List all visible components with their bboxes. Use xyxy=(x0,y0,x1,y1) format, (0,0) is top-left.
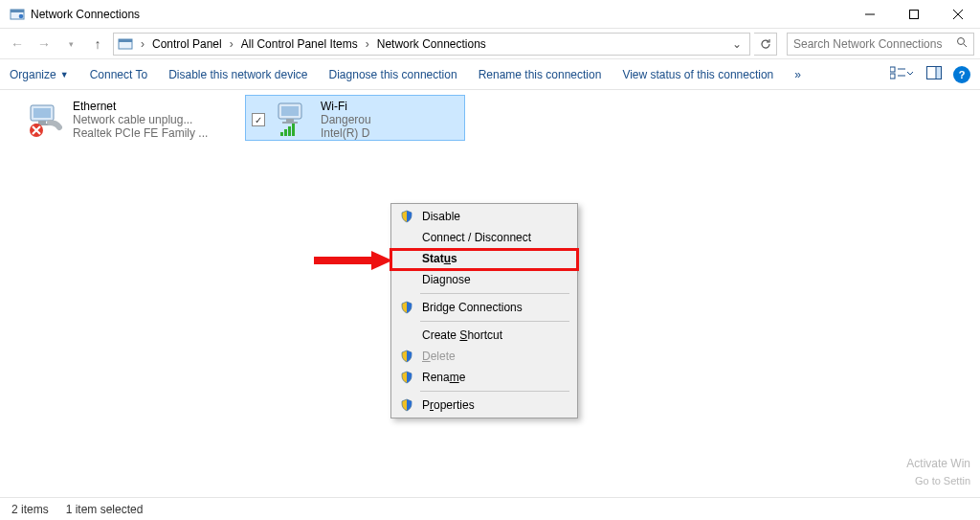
address-path[interactable]: › Control Panel › All Control Panel Item… xyxy=(113,33,750,56)
ctx-delete: Delete xyxy=(393,346,575,367)
connection-item-ethernet[interactable]: Ethernet Network cable unplug... Realtek… xyxy=(21,96,241,142)
connection-item-wifi[interactable]: ✓ Wi-Fi Dangerou Intel(R) D xyxy=(245,95,465,141)
svg-rect-19 xyxy=(282,122,298,124)
window-title: Network Connections xyxy=(31,8,848,21)
connection-name: Wi-Fi xyxy=(321,100,371,113)
ctx-label: Disable xyxy=(422,210,460,223)
ctx-properties[interactable]: Properties xyxy=(393,395,575,416)
svg-rect-8 xyxy=(890,74,895,79)
overflow-button[interactable]: » xyxy=(794,68,801,81)
view-status-button[interactable]: View status of this connection xyxy=(622,68,773,81)
svg-rect-13 xyxy=(38,121,46,124)
chevron-right-icon[interactable]: › xyxy=(137,37,148,51)
ctx-label: Diagnose xyxy=(422,273,471,286)
search-icon xyxy=(956,36,968,51)
ctx-label: Bridge Connections xyxy=(422,301,523,314)
svg-point-2 xyxy=(19,13,24,18)
connection-adapter: Realtek PCIe FE Family ... xyxy=(73,126,208,140)
svg-rect-23 xyxy=(292,124,295,136)
address-dropdown[interactable]: ⌄ xyxy=(728,37,746,51)
connection-adapter: Intel(R) D xyxy=(321,126,371,140)
address-bar: ← → ▾ ↑ › Control Panel › All Control Pa… xyxy=(0,29,980,59)
help-button[interactable]: ? xyxy=(953,66,970,83)
ctx-label: Delete xyxy=(422,350,456,363)
svg-rect-5 xyxy=(119,39,132,42)
svg-rect-18 xyxy=(286,119,294,122)
svg-rect-20 xyxy=(280,132,283,136)
ctx-connect-disconnect[interactable]: Connect / Disconnect xyxy=(393,227,575,248)
separator xyxy=(420,391,569,392)
up-button[interactable]: ↑ xyxy=(86,33,109,56)
breadcrumb-control-panel[interactable]: Control Panel xyxy=(150,37,224,51)
ethernet-icon xyxy=(27,100,65,138)
refresh-button[interactable] xyxy=(754,33,777,56)
control-panel-icon xyxy=(118,36,133,52)
ctx-status[interactable]: Status xyxy=(393,248,575,269)
ctx-label: Create Shortcut xyxy=(422,328,502,342)
ctx-label: Connect / Disconnect xyxy=(422,231,531,244)
search-input[interactable]: Search Network Connections xyxy=(787,33,974,56)
disable-device-button[interactable]: Disable this network device xyxy=(168,68,307,81)
shield-icon xyxy=(399,397,414,413)
ctx-rename[interactable]: Rename xyxy=(393,367,575,388)
back-button[interactable]: ← xyxy=(6,33,29,56)
connection-name: Ethernet xyxy=(73,100,208,113)
connect-to-button[interactable]: Connect To xyxy=(90,68,148,81)
svg-rect-3 xyxy=(910,10,919,18)
ctx-create-shortcut[interactable]: Create Shortcut xyxy=(393,325,575,346)
wifi-icon xyxy=(275,100,313,138)
shield-icon xyxy=(399,349,414,364)
ctx-label: Rename xyxy=(422,371,465,384)
shield-icon xyxy=(399,370,414,385)
annotation-arrow-icon xyxy=(314,251,392,270)
svg-rect-12 xyxy=(33,108,51,118)
separator xyxy=(420,321,569,322)
svg-rect-21 xyxy=(284,129,287,136)
shield-icon xyxy=(399,300,414,315)
ctx-label: Status xyxy=(422,252,457,265)
connection-status: Dangerou xyxy=(321,113,371,126)
context-menu: Disable Connect / Disconnect Status Diag… xyxy=(390,203,578,418)
svg-rect-17 xyxy=(281,106,299,116)
svg-rect-10 xyxy=(936,67,942,79)
breadcrumb-network-connections[interactable]: Network Connections xyxy=(375,37,488,51)
status-bar: 2 items 1 item selected xyxy=(0,497,980,520)
svg-rect-1 xyxy=(11,10,24,12)
content-area: Ethernet Network cable unplug... Realtek… xyxy=(0,90,980,495)
breadcrumb-all-items[interactable]: All Control Panel Items xyxy=(239,37,360,51)
selection-checkbox[interactable]: ✓ xyxy=(252,113,265,126)
title-bar: Network Connections xyxy=(0,0,980,29)
organize-menu[interactable]: Organize▼ xyxy=(10,68,69,81)
separator xyxy=(420,293,569,294)
rename-button[interactable]: Rename this connection xyxy=(479,68,602,81)
ctx-diagnose[interactable]: Diagnose xyxy=(393,269,575,290)
svg-rect-24 xyxy=(314,257,373,264)
status-item-count: 2 items xyxy=(11,503,49,516)
status-selected-count: 1 item selected xyxy=(66,503,144,516)
window-icon xyxy=(10,7,25,22)
recent-dropdown[interactable]: ▾ xyxy=(59,33,82,56)
close-button[interactable] xyxy=(936,0,980,29)
chevron-right-icon[interactable]: › xyxy=(226,37,237,51)
diagnose-button[interactable]: Diagnose this connection xyxy=(329,68,457,81)
ctx-disable[interactable]: Disable xyxy=(393,206,575,227)
view-options-button[interactable] xyxy=(890,66,915,82)
shield-icon xyxy=(399,209,414,224)
command-bar: Organize▼ Connect To Disable this networ… xyxy=(0,59,980,90)
preview-pane-button[interactable] xyxy=(926,66,942,82)
ctx-label: Properties xyxy=(422,398,475,412)
forward-button[interactable]: → xyxy=(33,33,56,56)
svg-point-6 xyxy=(958,38,965,45)
ctx-bridge[interactable]: Bridge Connections xyxy=(393,297,575,318)
svg-rect-7 xyxy=(890,67,895,72)
search-placeholder: Search Network Connections xyxy=(793,37,942,51)
activate-windows-watermark: Activate Win Go to Settin xyxy=(906,455,970,489)
connection-status: Network cable unplug... xyxy=(73,113,208,126)
chevron-right-icon[interactable]: › xyxy=(362,37,373,51)
svg-rect-22 xyxy=(288,126,291,136)
maximize-button[interactable] xyxy=(892,0,936,29)
minimize-button[interactable] xyxy=(848,0,892,29)
